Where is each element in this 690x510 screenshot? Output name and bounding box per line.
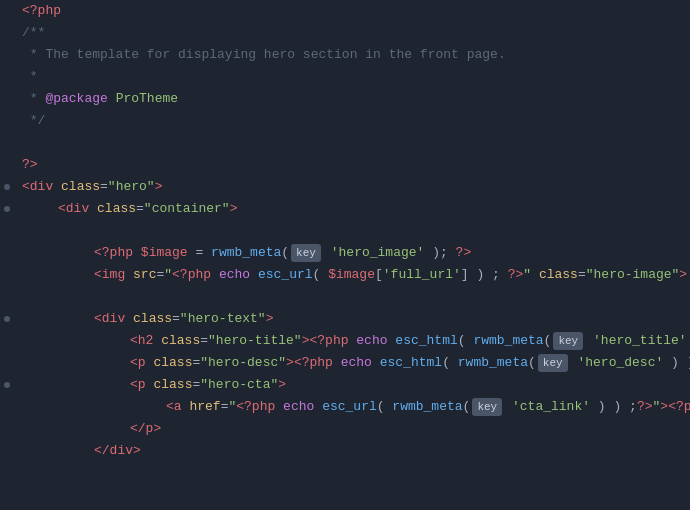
code-line: <h2 class="hero-title"><?php echo esc_ht… (0, 330, 690, 352)
code-line (0, 132, 690, 154)
line-content: * (14, 66, 38, 88)
line-content: <?php $image = rwmb_meta(key 'hero_image… (14, 242, 471, 264)
line-gutter (0, 316, 14, 322)
line-gutter (0, 382, 14, 388)
line-content: <p class="hero-cta"> (14, 374, 286, 396)
key-badge: key (538, 354, 568, 372)
line-content (14, 286, 30, 308)
line-content: * The template for displaying hero secti… (14, 44, 506, 66)
code-line (0, 220, 690, 242)
line-content (14, 220, 30, 242)
line-content: <a href="<?php echo esc_url( rwmb_meta(k… (14, 396, 690, 418)
line-content: */ (14, 110, 45, 132)
key-badge: key (291, 244, 321, 262)
key-badge: key (472, 398, 502, 416)
code-line: <div class="container"> (0, 198, 690, 220)
code-line: <div class="hero"> (0, 176, 690, 198)
fold-indicator[interactable] (4, 382, 10, 388)
code-line: * @package ProTheme (0, 88, 690, 110)
fold-indicator[interactable] (4, 316, 10, 322)
line-content: <p class="hero-desc"><?php echo esc_html… (14, 352, 690, 374)
code-line: </p> (0, 418, 690, 440)
code-line: <a href="<?php echo esc_url( rwmb_meta(k… (0, 396, 690, 418)
line-content: <img src="<?php echo esc_url( $image['fu… (14, 264, 687, 286)
code-line: * The template for displaying hero secti… (0, 44, 690, 66)
code-line: <div class="hero-text"> (0, 308, 690, 330)
line-content: <?php (14, 0, 61, 22)
code-line: /** (0, 22, 690, 44)
code-line: * (0, 66, 690, 88)
key-badge: key (553, 332, 583, 350)
code-line: <img src="<?php echo esc_url( $image['fu… (0, 264, 690, 286)
code-line: */ (0, 110, 690, 132)
code-line: <?php (0, 0, 690, 22)
fold-indicator[interactable] (4, 184, 10, 190)
line-content: <h2 class="hero-title"><?php echo esc_ht… (14, 330, 687, 352)
line-content: /** (14, 22, 45, 44)
line-content: ?> (14, 154, 38, 176)
code-line (0, 286, 690, 308)
line-content: * @package ProTheme (14, 88, 178, 110)
fold-indicator[interactable] (4, 206, 10, 212)
line-content: </div> (14, 440, 141, 462)
code-line: ?> (0, 154, 690, 176)
code-line: <p class="hero-desc"><?php echo esc_html… (0, 352, 690, 374)
line-gutter (0, 206, 14, 212)
code-line: <p class="hero-cta"> (0, 374, 690, 396)
code-line: <?php $image = rwmb_meta(key 'hero_image… (0, 242, 690, 264)
line-content: <div class="hero-text"> (14, 308, 274, 330)
line-content (14, 132, 30, 154)
line-content: <div class="hero"> (14, 176, 162, 198)
line-content: </p> (14, 418, 161, 440)
code-editor: <?php/** * The template for displaying h… (0, 0, 690, 510)
line-content: <div class="container"> (14, 198, 238, 220)
line-gutter (0, 184, 14, 190)
code-line: </div> (0, 440, 690, 462)
